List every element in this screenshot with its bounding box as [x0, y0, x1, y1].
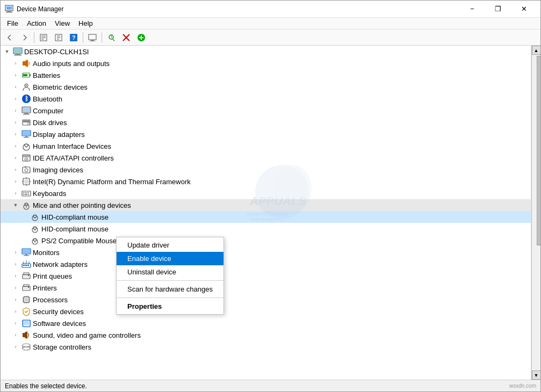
- context-enable-device[interactable]: Enable device: [117, 252, 223, 265]
- batteries-expand[interactable]: ›: [11, 71, 20, 79]
- svg-rect-61: [25, 166, 26, 168]
- tree-item-print-queues[interactable]: › Print queues: [1, 270, 531, 282]
- computer-label: Computer: [33, 107, 63, 115]
- tree-item-biometric[interactable]: › Biometric devices: [1, 81, 531, 93]
- menu-help[interactable]: Help: [74, 18, 97, 28]
- tree-item-hid-mouse-1[interactable]: HID-compliant mouse: [1, 211, 531, 223]
- minimize-button[interactable]: −: [460, 1, 485, 18]
- context-scan-changes[interactable]: Scan for hardware changes: [117, 282, 223, 296]
- tree-item-disk[interactable]: › Disk drives: [1, 117, 531, 128]
- toolbar-sep-3: [102, 32, 102, 43]
- monitors-expand[interactable]: ›: [11, 248, 20, 257]
- security-expand[interactable]: ›: [11, 307, 20, 316]
- root-expand[interactable]: ▼: [3, 47, 11, 56]
- menu-file[interactable]: File: [3, 18, 23, 28]
- software-expand[interactable]: ›: [11, 319, 20, 328]
- tree-item-sound[interactable]: › Sound, video and game controllers: [1, 329, 531, 341]
- menu-action[interactable]: Action: [23, 18, 51, 28]
- help-button[interactable]: ?: [67, 31, 81, 44]
- tree-item-storage[interactable]: › Storage controllers: [1, 341, 531, 353]
- context-uninstall-device[interactable]: Uninstall device: [117, 265, 223, 279]
- keyboards-expand[interactable]: ›: [11, 189, 20, 198]
- tree-item-security[interactable]: › Security devices: [1, 306, 531, 317]
- network-expand[interactable]: ›: [11, 260, 20, 268]
- scrollbar-thumb[interactable]: [537, 56, 540, 245]
- ide-expand[interactable]: ›: [11, 154, 20, 162]
- display-label: Display adapters: [33, 130, 85, 139]
- tree-item-ps2-mouse[interactable]: PS/2 Compatible Mouse: [1, 235, 531, 246]
- tree-item-audio[interactable]: › Audio inputs and outputs: [1, 57, 531, 69]
- svg-rect-71: [26, 192, 27, 193]
- display-expand[interactable]: ›: [11, 130, 20, 139]
- disk-expand[interactable]: ›: [11, 118, 20, 127]
- tree-item-bluetooth[interactable]: › ᛒ Bluetooth: [1, 93, 531, 105]
- tree-item-processors[interactable]: ›: [1, 294, 531, 306]
- batteries-label: Batteries: [33, 71, 60, 79]
- svg-rect-72: [28, 192, 29, 193]
- tree-item-keyboards[interactable]: › Keyboards: [1, 187, 531, 199]
- update-button[interactable]: [52, 31, 66, 44]
- close-button[interactable]: ✕: [511, 1, 536, 18]
- tree-item-hid-mouse-2[interactable]: HID-compliant mouse: [1, 223, 531, 235]
- tree-item-hid[interactable]: › Human Interface Devices: [1, 140, 531, 152]
- forward-button[interactable]: [18, 31, 32, 44]
- tree-item-monitors[interactable]: › Monitors: [1, 246, 531, 258]
- tree-item-imaging[interactable]: › Imaging devices: [1, 164, 531, 176]
- tree-item-computer[interactable]: › Computer: [1, 105, 531, 117]
- tree-item-batteries[interactable]: › Batteries: [1, 69, 531, 81]
- tree-item-ide[interactable]: › IDE ATA/ATAPI controllers: [1, 152, 531, 164]
- sound-label: Sound, video and game controllers: [33, 331, 141, 339]
- tree-item-display[interactable]: › Display adapters: [1, 128, 531, 140]
- biometric-icon: [21, 82, 31, 92]
- audio-expand[interactable]: ›: [11, 59, 20, 68]
- svg-rect-31: [14, 55, 21, 56]
- scrollbar[interactable]: ▲ ▼: [531, 46, 540, 380]
- intel-expand[interactable]: ›: [11, 177, 20, 186]
- sound-expand[interactable]: ›: [11, 331, 20, 339]
- display-toggle-button[interactable]: [85, 31, 99, 44]
- batteries-icon: [21, 70, 31, 80]
- bluetooth-expand[interactable]: ›: [11, 95, 20, 103]
- back-button[interactable]: [3, 31, 17, 44]
- svg-line-18: [113, 39, 114, 41]
- scrollbar-down[interactable]: ▼: [532, 371, 541, 380]
- tree-item-software[interactable]: › Software devices: [1, 317, 531, 329]
- storage-expand[interactable]: ›: [11, 343, 20, 351]
- menu-view[interactable]: View: [51, 18, 74, 28]
- context-update-driver[interactable]: Update driver: [117, 238, 223, 252]
- printers-icon: [21, 283, 31, 293]
- tree-item-intel[interactable]: › Intel(R) Dynamic Platform and Thermal …: [1, 176, 531, 187]
- tree-item-network[interactable]: › Network adapters: [1, 258, 531, 270]
- svg-rect-94: [25, 265, 27, 266]
- restore-button[interactable]: ❐: [486, 1, 510, 18]
- tree-item-printers[interactable]: › Printers: [1, 282, 531, 294]
- device-tree[interactable]: APPUALS HOW-TO'S FROM THE EXPERTS ▼: [1, 46, 531, 380]
- svg-text:?: ?: [72, 34, 76, 41]
- imaging-expand[interactable]: ›: [11, 165, 20, 174]
- add-button[interactable]: [134, 31, 148, 44]
- disk-icon: [21, 118, 31, 127]
- print-queues-label: Print queues: [33, 272, 72, 280]
- computer-icon2: [21, 106, 31, 115]
- print-queues-expand[interactable]: ›: [11, 272, 20, 280]
- hid-mouse-1-label: HID-compliant mouse: [41, 213, 109, 221]
- svg-point-58: [26, 159, 27, 160]
- svg-point-60: [25, 169, 28, 172]
- software-icon: [21, 318, 31, 328]
- device-manager-window: Device Manager − ❐ ✕ File Action View He…: [0, 0, 541, 392]
- scrollbar-up[interactable]: ▲: [532, 46, 541, 55]
- scan-button[interactable]: [104, 31, 118, 44]
- remove-button[interactable]: [119, 31, 133, 44]
- printers-expand[interactable]: ›: [11, 284, 20, 292]
- svg-rect-123: [24, 321, 29, 325]
- tree-item-mice[interactable]: ▼ Mice and other pointing devices: [1, 199, 531, 211]
- processors-expand[interactable]: ›: [11, 295, 20, 304]
- mice-expand[interactable]: ▼: [11, 201, 20, 209]
- properties-button[interactable]: [37, 31, 51, 44]
- toolbar: ?: [1, 30, 540, 46]
- computer-expand[interactable]: ›: [11, 106, 20, 115]
- tree-root[interactable]: ▼ DESKTOP-CLKH1SI: [1, 46, 531, 57]
- biometric-expand[interactable]: ›: [11, 83, 20, 91]
- context-properties[interactable]: Properties: [117, 300, 223, 313]
- hid-expand[interactable]: ›: [11, 142, 20, 150]
